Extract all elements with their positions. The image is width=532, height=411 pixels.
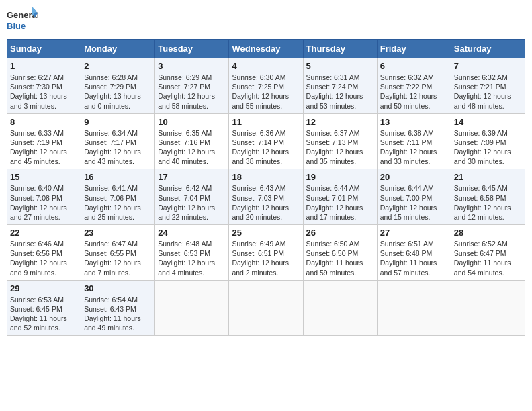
day-number: 24 — [158, 228, 226, 238]
logo: General Blue — [7, 7, 38, 34]
svg-text:Blue: Blue — [7, 21, 26, 31]
day-number: 10 — [158, 117, 226, 127]
calendar-cell: 7Sunrise: 6:32 AMSunset: 7:21 PMDaylight… — [451, 58, 525, 114]
calendar-cell: 6Sunrise: 6:32 AMSunset: 7:22 PMDaylight… — [377, 58, 451, 114]
day-number: 7 — [454, 61, 522, 71]
calendar-cell — [377, 280, 451, 336]
calendar-cell: 19Sunrise: 6:44 AMSunset: 7:01 PMDayligh… — [303, 169, 377, 225]
calendar-week-4: 22Sunrise: 6:46 AMSunset: 6:56 PMDayligh… — [7, 225, 525, 281]
calendar-cell: 14Sunrise: 6:39 AMSunset: 7:09 PMDayligh… — [451, 113, 525, 169]
day-info: Sunrise: 6:32 AMSunset: 7:22 PMDaylight:… — [380, 73, 448, 111]
day-info: Sunrise: 6:49 AMSunset: 6:51 PMDaylight:… — [232, 239, 300, 277]
calendar-cell: 18Sunrise: 6:43 AMSunset: 7:03 PMDayligh… — [229, 169, 303, 225]
day-info: Sunrise: 6:41 AMSunset: 7:06 PMDaylight:… — [84, 183, 152, 222]
day-info: Sunrise: 6:50 AMSunset: 6:50 PMDaylight:… — [306, 239, 374, 277]
calendar-cell: 29Sunrise: 6:53 AMSunset: 6:45 PMDayligh… — [7, 280, 81, 336]
calendar-cell: 30Sunrise: 6:54 AMSunset: 6:43 PMDayligh… — [81, 280, 155, 336]
calendar-cell: 1Sunrise: 6:27 AMSunset: 7:30 PMDaylight… — [7, 58, 81, 114]
day-info: Sunrise: 6:38 AMSunset: 7:11 PMDaylight:… — [380, 128, 448, 167]
calendar-cell: 26Sunrise: 6:50 AMSunset: 6:50 PMDayligh… — [303, 225, 377, 281]
day-number: 12 — [306, 117, 374, 127]
day-number: 20 — [380, 172, 448, 182]
calendar-cell: 21Sunrise: 6:45 AMSunset: 6:58 PMDayligh… — [451, 169, 525, 225]
calendar-cell: 16Sunrise: 6:41 AMSunset: 7:06 PMDayligh… — [81, 169, 155, 225]
day-number: 5 — [306, 61, 374, 71]
day-info: Sunrise: 6:51 AMSunset: 6:48 PMDaylight:… — [380, 239, 448, 277]
calendar-cell: 24Sunrise: 6:48 AMSunset: 6:53 PMDayligh… — [155, 225, 229, 281]
header-saturday: Saturday — [451, 40, 525, 58]
day-number: 16 — [84, 172, 152, 182]
day-number: 22 — [10, 228, 78, 238]
calendar-week-3: 15Sunrise: 6:40 AMSunset: 7:08 PMDayligh… — [7, 169, 525, 225]
calendar-week-5: 29Sunrise: 6:53 AMSunset: 6:45 PMDayligh… — [7, 280, 525, 336]
day-info: Sunrise: 6:47 AMSunset: 6:55 PMDaylight:… — [84, 239, 152, 277]
day-number: 27 — [380, 228, 448, 238]
calendar-week-1: 1Sunrise: 6:27 AMSunset: 7:30 PMDaylight… — [7, 58, 525, 114]
day-info: Sunrise: 6:54 AMSunset: 6:43 PMDaylight:… — [84, 295, 152, 333]
calendar-cell — [451, 280, 525, 336]
day-number: 8 — [10, 117, 78, 127]
day-number: 15 — [10, 172, 78, 182]
header-monday: Monday — [81, 40, 155, 58]
calendar-cell: 20Sunrise: 6:44 AMSunset: 7:00 PMDayligh… — [377, 169, 451, 225]
calendar-cell — [303, 280, 377, 336]
calendar-cell: 2Sunrise: 6:28 AMSunset: 7:29 PMDaylight… — [81, 58, 155, 114]
page-header: General Blue — [7, 7, 525, 34]
header-tuesday: Tuesday — [155, 40, 229, 58]
day-info: Sunrise: 6:31 AMSunset: 7:24 PMDaylight:… — [306, 73, 374, 111]
day-number: 11 — [232, 117, 300, 127]
day-info: Sunrise: 6:27 AMSunset: 7:30 PMDaylight:… — [10, 73, 78, 111]
header-wednesday: Wednesday — [229, 40, 303, 58]
day-info: Sunrise: 6:53 AMSunset: 6:45 PMDaylight:… — [10, 295, 78, 333]
day-number: 30 — [84, 283, 152, 293]
day-info: Sunrise: 6:35 AMSunset: 7:16 PMDaylight:… — [158, 128, 226, 167]
day-number: 13 — [380, 117, 448, 127]
day-info: Sunrise: 6:39 AMSunset: 7:09 PMDaylight:… — [454, 128, 522, 167]
calendar-cell: 25Sunrise: 6:49 AMSunset: 6:51 PMDayligh… — [229, 225, 303, 281]
day-info: Sunrise: 6:52 AMSunset: 6:47 PMDaylight:… — [454, 239, 522, 277]
day-info: Sunrise: 6:46 AMSunset: 6:56 PMDaylight:… — [10, 239, 78, 277]
day-number: 25 — [232, 228, 300, 238]
calendar-cell: 27Sunrise: 6:51 AMSunset: 6:48 PMDayligh… — [377, 225, 451, 281]
calendar-cell: 17Sunrise: 6:42 AMSunset: 7:04 PMDayligh… — [155, 169, 229, 225]
calendar-header-row: SundayMondayTuesdayWednesdayThursdayFrid… — [7, 40, 525, 58]
day-info: Sunrise: 6:48 AMSunset: 6:53 PMDaylight:… — [158, 239, 226, 277]
day-number: 1 — [10, 61, 78, 71]
day-info: Sunrise: 6:37 AMSunset: 7:13 PMDaylight:… — [306, 128, 374, 167]
day-info: Sunrise: 6:44 AMSunset: 7:00 PMDaylight:… — [380, 183, 448, 222]
day-info: Sunrise: 6:45 AMSunset: 6:58 PMDaylight:… — [454, 183, 522, 222]
day-info: Sunrise: 6:29 AMSunset: 7:27 PMDaylight:… — [158, 73, 226, 111]
calendar-cell: 28Sunrise: 6:52 AMSunset: 6:47 PMDayligh… — [451, 225, 525, 281]
calendar-cell: 4Sunrise: 6:30 AMSunset: 7:25 PMDaylight… — [229, 58, 303, 114]
calendar-cell: 10Sunrise: 6:35 AMSunset: 7:16 PMDayligh… — [155, 113, 229, 169]
header-thursday: Thursday — [303, 40, 377, 58]
calendar-week-2: 8Sunrise: 6:33 AMSunset: 7:19 PMDaylight… — [7, 113, 525, 169]
day-info: Sunrise: 6:40 AMSunset: 7:08 PMDaylight:… — [10, 183, 78, 222]
calendar-cell: 11Sunrise: 6:36 AMSunset: 7:14 PMDayligh… — [229, 113, 303, 169]
day-info: Sunrise: 6:36 AMSunset: 7:14 PMDaylight:… — [232, 128, 300, 167]
day-number: 4 — [232, 61, 300, 71]
day-info: Sunrise: 6:32 AMSunset: 7:21 PMDaylight:… — [454, 73, 522, 111]
day-number: 23 — [84, 228, 152, 238]
calendar-cell: 5Sunrise: 6:31 AMSunset: 7:24 PMDaylight… — [303, 58, 377, 114]
day-number: 26 — [306, 228, 374, 238]
day-info: Sunrise: 6:30 AMSunset: 7:25 PMDaylight:… — [232, 73, 300, 111]
day-number: 28 — [454, 228, 522, 238]
day-info: Sunrise: 6:33 AMSunset: 7:19 PMDaylight:… — [10, 128, 78, 167]
calendar-cell: 12Sunrise: 6:37 AMSunset: 7:13 PMDayligh… — [303, 113, 377, 169]
calendar-cell: 3Sunrise: 6:29 AMSunset: 7:27 PMDaylight… — [155, 58, 229, 114]
calendar-cell: 23Sunrise: 6:47 AMSunset: 6:55 PMDayligh… — [81, 225, 155, 281]
day-info: Sunrise: 6:43 AMSunset: 7:03 PMDaylight:… — [232, 183, 300, 222]
header-friday: Friday — [377, 40, 451, 58]
day-number: 19 — [306, 172, 374, 182]
day-number: 17 — [158, 172, 226, 182]
calendar-cell: 13Sunrise: 6:38 AMSunset: 7:11 PMDayligh… — [377, 113, 451, 169]
day-info: Sunrise: 6:42 AMSunset: 7:04 PMDaylight:… — [158, 183, 226, 222]
calendar-table: SundayMondayTuesdayWednesdayThursdayFrid… — [7, 39, 525, 336]
day-number: 21 — [454, 172, 522, 182]
calendar-cell — [229, 280, 303, 336]
calendar-cell: 15Sunrise: 6:40 AMSunset: 7:08 PMDayligh… — [7, 169, 81, 225]
day-info: Sunrise: 6:44 AMSunset: 7:01 PMDaylight:… — [306, 183, 374, 222]
day-number: 18 — [232, 172, 300, 182]
header-sunday: Sunday — [7, 40, 81, 58]
